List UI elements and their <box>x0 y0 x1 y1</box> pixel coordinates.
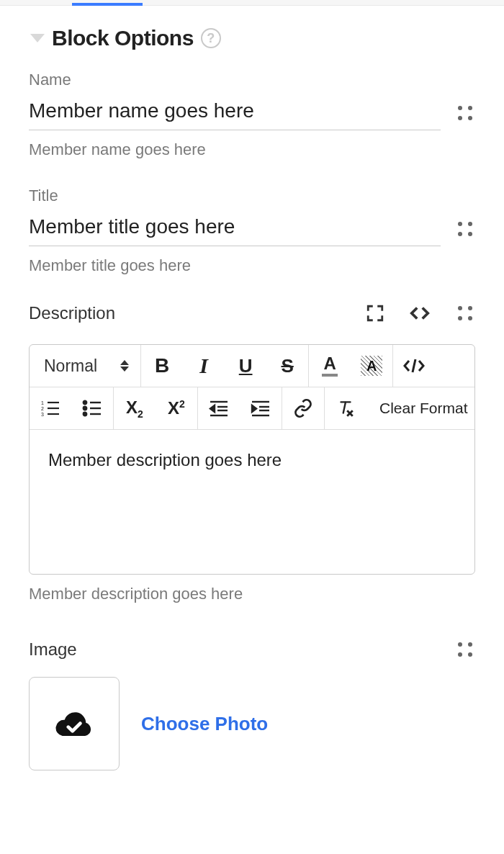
description-editor: Normal B I U S A A <box>29 344 475 575</box>
title-input[interactable] <box>29 211 441 246</box>
image-row: Choose Photo <box>29 677 475 770</box>
help-icon[interactable]: ? <box>201 28 221 48</box>
title-field: Title Member title goes here <box>29 186 475 275</box>
code-icon[interactable] <box>409 302 431 324</box>
block-options-panel: Block Options ? Name Member name goes he… <box>0 6 504 814</box>
format-select-value: Normal <box>44 356 97 376</box>
text-color-button[interactable]: A <box>309 345 351 387</box>
underline-button[interactable]: U <box>225 345 266 387</box>
svg-text:3: 3 <box>41 412 44 417</box>
svg-point-7 <box>84 401 86 404</box>
title-label: Title <box>29 186 475 205</box>
toolbar-row-2: 1 2 3 X2 X2 <box>30 387 474 430</box>
svg-marker-17 <box>210 405 215 412</box>
svg-text:2: 2 <box>41 406 44 411</box>
superscript-button[interactable]: X2 <box>156 387 197 429</box>
drag-handle-icon[interactable] <box>455 303 475 323</box>
name-input-row <box>29 95 475 130</box>
drag-handle-icon[interactable] <box>455 639 475 660</box>
image-preview-box[interactable] <box>29 677 120 770</box>
drag-handle-icon[interactable] <box>455 103 475 123</box>
code-block-button[interactable] <box>393 345 435 387</box>
outdent-button[interactable] <box>198 387 240 429</box>
unordered-list-button[interactable] <box>71 387 113 429</box>
bold-button[interactable]: B <box>141 345 183 387</box>
cloud-check-icon <box>54 709 94 739</box>
active-tab-indicator <box>72 3 143 6</box>
expand-icon[interactable] <box>366 304 384 323</box>
top-tab-bar <box>0 0 504 6</box>
collapse-caret-icon[interactable] <box>30 34 45 42</box>
svg-point-8 <box>84 407 86 410</box>
ordered-list-button[interactable]: 1 2 3 <box>30 387 71 429</box>
section-header: Block Options ? <box>29 26 475 50</box>
subscript-button[interactable]: X2 <box>114 387 156 429</box>
description-label: Description <box>29 303 341 323</box>
description-helper-text: Member description goes here <box>29 585 475 603</box>
name-label: Name <box>29 71 475 89</box>
highlight-button[interactable]: A <box>351 345 392 387</box>
title-helper-text: Member title goes here <box>29 256 475 275</box>
section-title: Block Options <box>52 26 194 50</box>
clear-format-button[interactable]: Clear Format <box>366 387 475 429</box>
description-textarea[interactable]: Member description goes here <box>30 430 474 574</box>
remove-format-icon-button[interactable] <box>325 387 366 429</box>
strikethrough-button[interactable]: S <box>266 345 308 387</box>
link-button[interactable] <box>282 387 324 429</box>
svg-line-0 <box>413 359 415 372</box>
name-field: Name Member name goes here <box>29 71 475 159</box>
image-header: Image <box>29 639 475 660</box>
image-label: Image <box>29 639 441 660</box>
select-arrows-icon <box>120 360 129 372</box>
svg-point-9 <box>84 413 86 415</box>
svg-marker-22 <box>252 405 256 412</box>
svg-text:1: 1 <box>41 400 44 405</box>
format-select[interactable]: Normal <box>30 345 140 387</box>
name-input[interactable] <box>29 95 441 130</box>
toolbar-row-1: Normal B I U S A A <box>30 345 474 387</box>
drag-handle-icon[interactable] <box>455 219 475 239</box>
name-helper-text: Member name goes here <box>29 140 475 159</box>
choose-photo-link[interactable]: Choose Photo <box>141 713 268 735</box>
italic-button[interactable]: I <box>183 345 225 387</box>
title-input-row <box>29 211 475 246</box>
indent-button[interactable] <box>240 387 282 429</box>
description-header: Description <box>29 302 475 324</box>
